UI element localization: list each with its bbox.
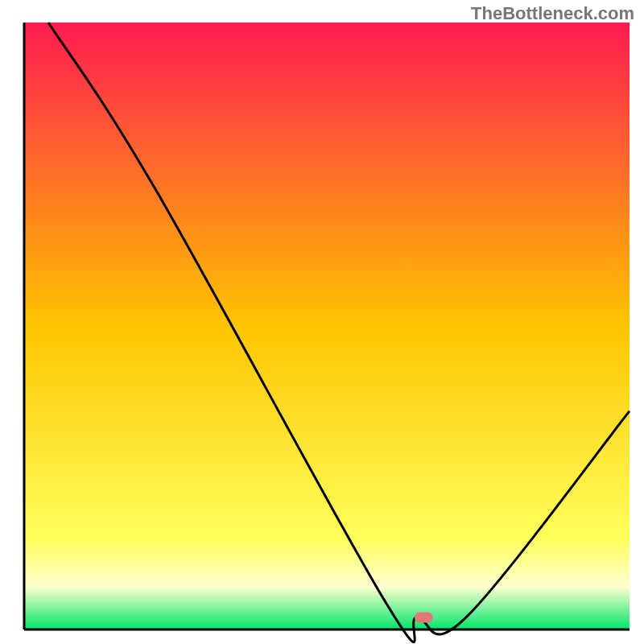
bottleneck-chart [0, 0, 644, 644]
gradient-background [24, 23, 630, 630]
optimal-marker [415, 612, 433, 622]
watermark: TheBottleneck.com [471, 3, 634, 24]
